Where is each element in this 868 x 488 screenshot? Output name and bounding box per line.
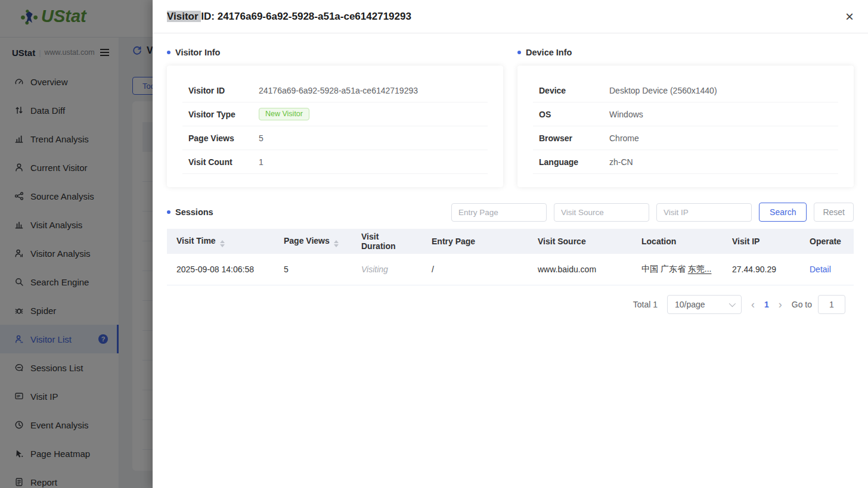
next-page-icon[interactable]: › <box>779 299 782 310</box>
col-page-views[interactable]: Page Views <box>274 229 352 254</box>
visitor-detail-drawer: Visitor ID: 24176a69-6a92-5928-a51a-ce61… <box>153 0 868 488</box>
goto-page-input[interactable] <box>818 295 845 314</box>
table-header-row: Visit Time Page Views Visit Duration Ent… <box>167 229 854 254</box>
selected-text: Visitor <box>167 11 201 22</box>
col-visit-duration: Visit Duration <box>352 229 422 254</box>
info-label: Language <box>539 157 609 167</box>
section-bullet-icon <box>167 51 170 54</box>
detail-link[interactable]: Detail <box>810 265 831 274</box>
drawer-body: Visitor Info Visitor ID 24176a69-6a92-59… <box>153 33 868 314</box>
session-filters: Search Reset <box>451 203 854 222</box>
device-info-section: Device Info Device Desktop Device (2560x… <box>517 48 854 187</box>
page-views-value: 5 <box>259 133 264 143</box>
table-row: 2025-09-08 14:06:58 5 Visiting / www.bai… <box>167 254 854 285</box>
info-row: Visitor Type New Visitor <box>182 102 488 126</box>
col-visit-ip: Visit IP <box>723 229 800 254</box>
pager: ‹ 1 › <box>751 299 782 310</box>
info-label: Visitor ID <box>188 86 259 95</box>
reset-button[interactable]: Reset <box>814 203 854 222</box>
info-label: Visit Count <box>188 157 259 167</box>
info-row: Page Views 5 <box>182 126 488 150</box>
cell-visit-source: www.baidu.com <box>528 254 632 285</box>
section-bullet-icon <box>517 51 521 54</box>
cell-operate: Detail <box>800 254 854 285</box>
info-row: Visitor ID 24176a69-6a92-5928-a51a-ce614… <box>182 79 488 102</box>
visit-ip-input[interactable] <box>656 203 752 222</box>
chevron-down-icon <box>729 300 736 306</box>
visit-source-input[interactable] <box>554 203 649 222</box>
cell-location: 中国 广东省 东莞... <box>632 254 723 285</box>
info-row: OS Windows <box>533 102 838 126</box>
cell-visit-ip: 27.44.90.29 <box>723 254 800 285</box>
os-value: Windows <box>609 110 643 119</box>
current-page[interactable]: 1 <box>764 300 769 309</box>
sort-icon[interactable] <box>220 240 225 247</box>
pagination: Total 1 10/page ‹ 1 › Go to <box>167 295 854 314</box>
visitor-info-section: Visitor Info Visitor ID 24176a69-6a92-59… <box>167 48 503 187</box>
total-count: Total 1 <box>633 300 658 309</box>
sessions-toolbar: Sessions Search Reset <box>167 203 854 222</box>
device-info-title: Device Info <box>517 48 854 57</box>
sessions-table: Visit Time Page Views Visit Duration Ent… <box>167 229 854 285</box>
col-visit-source: Visit Source <box>528 229 632 254</box>
drawer-title-rest: ID: 24176a69-6a92-5928-a51a-ce6142719293 <box>201 11 411 22</box>
info-grid: Visitor Info Visitor ID 24176a69-6a92-59… <box>167 48 854 187</box>
visit-count-value: 1 <box>259 157 264 167</box>
page-size-select[interactable]: 10/page <box>667 295 742 314</box>
browser-value: Chrome <box>609 133 639 143</box>
language-value: zh-CN <box>609 157 633 167</box>
search-button[interactable]: Search <box>759 203 807 222</box>
col-operate: Operate <box>800 229 854 254</box>
sessions-title: Sessions <box>167 207 213 217</box>
info-label: Visitor Type <box>188 110 259 119</box>
close-icon[interactable]: × <box>845 10 854 24</box>
info-row: Device Desktop Device (2560x1440) <box>533 79 838 102</box>
info-label: Browser <box>539 133 609 143</box>
info-label: Device <box>539 86 609 95</box>
col-entry-page: Entry Page <box>422 229 528 254</box>
info-row: Browser Chrome <box>533 126 838 150</box>
visitor-info-title: Visitor Info <box>167 48 503 57</box>
info-row: Language zh-CN <box>533 150 838 174</box>
info-row: Visit Count 1 <box>182 150 488 174</box>
device-info-card: Device Desktop Device (2560x1440) OS Win… <box>517 66 854 187</box>
sort-icon[interactable] <box>334 240 339 247</box>
info-label: Page Views <box>188 133 259 143</box>
section-bullet-icon <box>167 210 170 214</box>
goto-page: Go to <box>792 295 845 314</box>
device-value: Desktop Device (2560x1440) <box>609 86 717 95</box>
info-label: OS <box>539 110 609 119</box>
entry-page-input[interactable] <box>451 203 547 222</box>
cell-visit-time: 2025-09-08 14:06:58 <box>167 254 274 285</box>
visitor-info-card: Visitor ID 24176a69-6a92-5928-a51a-ce614… <box>167 66 503 187</box>
goto-label: Go to <box>792 300 812 309</box>
col-location: Location <box>632 229 723 254</box>
drawer-title: Visitor ID: 24176a69-6a92-5928-a51a-ce61… <box>167 11 411 23</box>
col-visit-time[interactable]: Visit Time <box>167 229 274 254</box>
cell-page-views: 5 <box>274 254 352 285</box>
cell-visit-duration: Visiting <box>352 254 422 285</box>
prev-page-icon[interactable]: ‹ <box>751 299 755 310</box>
visitor-id-value: 24176a69-6a92-5928-a51a-ce6142719293 <box>259 86 418 95</box>
cell-entry-page: / <box>422 254 528 285</box>
new-visitor-badge: New Visitor <box>259 108 309 120</box>
drawer-header: Visitor ID: 24176a69-6a92-5928-a51a-ce61… <box>153 0 868 33</box>
